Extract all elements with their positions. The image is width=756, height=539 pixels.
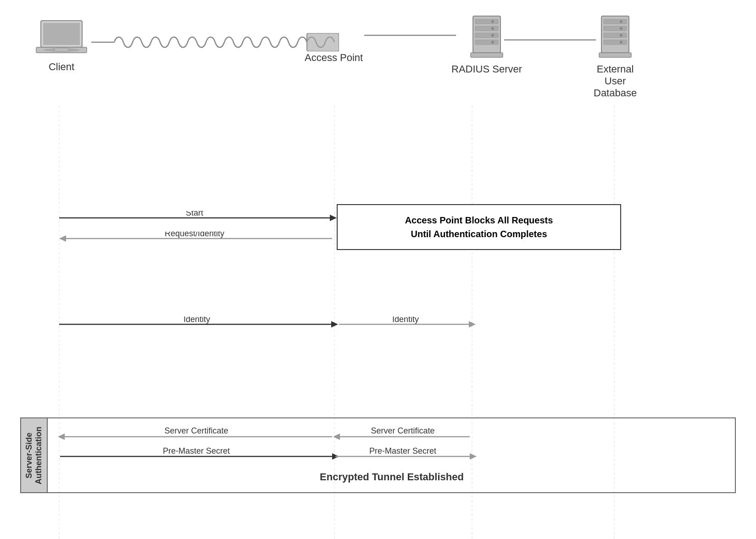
svg-point-28 [620, 41, 623, 44]
laptop-icon [34, 18, 89, 57]
wireless-connection [91, 33, 339, 51]
svg-rect-10 [475, 19, 498, 24]
encrypted-tunnel-text: Encrypted Tunnel Established [49, 466, 735, 485]
svg-rect-29 [599, 53, 631, 57]
external-db-label: External User Database [594, 63, 637, 99]
diagram-container: Client Access Point [0, 0, 756, 539]
ap-device: Access Point [305, 9, 363, 64]
svg-marker-50 [333, 433, 340, 440]
svg-text:Server Certificate: Server Certificate [371, 426, 434, 435]
external-db-icon [595, 14, 636, 60]
svg-rect-21 [604, 19, 627, 24]
ap-radius-line [364, 33, 456, 38]
identity-row: Identity Identity [20, 312, 736, 337]
svg-point-26 [620, 27, 623, 30]
svg-point-17 [491, 41, 494, 44]
svg-rect-1 [43, 23, 80, 45]
svg-point-14 [491, 20, 494, 23]
radius-label: RADIUS Server [451, 63, 522, 75]
server-side-label-tab: Server-SideAuthentication [21, 418, 48, 492]
svg-point-25 [620, 20, 623, 23]
start-arrow: Start [20, 211, 341, 225]
pre-master-arrows: Pre-Master Secret Pre-Master Secret [49, 447, 732, 466]
svg-text:Identity: Identity [183, 317, 210, 324]
svg-marker-47 [58, 433, 65, 440]
ap-block-text: Access Point Blocks All RequestsUntil Au… [405, 215, 553, 239]
devices-row: Client Access Point [20, 9, 736, 106]
svg-rect-11 [475, 26, 498, 31]
server-cert-arrows: Server Certificate Server Certificate [49, 425, 732, 444]
svg-rect-13 [475, 40, 498, 44]
ap-block-box: Access Point Blocks All RequestsUntil Au… [337, 204, 621, 250]
radius-server-icon [466, 14, 507, 60]
server-side-label: Server-SideAuthentication [24, 427, 44, 484]
radius-db-line [504, 38, 596, 42]
server-side-box: Server-SideAuthentication Server Certifi… [20, 417, 736, 493]
start-request-section: Access Point Blocks All RequestsUntil Au… [20, 202, 736, 257]
svg-marker-56 [470, 453, 477, 460]
svg-rect-23 [604, 33, 627, 38]
server-side-content: Server Certificate Server Certificate Pr… [49, 418, 735, 492]
external-db-device: External User Database [594, 14, 637, 99]
svg-text:Identity: Identity [392, 317, 419, 324]
svg-rect-22 [604, 26, 627, 31]
svg-rect-18 [471, 53, 503, 57]
svg-rect-12 [475, 33, 498, 38]
request-identity-arrow: Request/Identity [20, 232, 341, 245]
svg-point-27 [620, 34, 623, 37]
svg-marker-35 [330, 215, 337, 221]
svg-rect-24 [604, 40, 627, 44]
client-device: Client [34, 18, 89, 73]
svg-text:Start: Start [186, 211, 203, 217]
svg-marker-38 [59, 235, 66, 242]
ap-label: Access Point [305, 52, 363, 64]
svg-text:Pre-Master Secret: Pre-Master Secret [163, 447, 230, 456]
svg-point-16 [491, 34, 494, 37]
svg-text:Pre-Master Secret: Pre-Master Secret [369, 447, 436, 456]
client-label: Client [49, 61, 74, 73]
svg-text:Request/Identity: Request/Identity [165, 232, 224, 238]
main-canvas: Client Access Point [20, 9, 736, 539]
svg-marker-44 [469, 321, 476, 328]
radius-device: RADIUS Server [451, 14, 522, 75]
identity-arrows: Identity Identity [20, 317, 736, 333]
svg-rect-4 [55, 48, 68, 51]
svg-point-15 [491, 27, 494, 30]
svg-marker-41 [331, 321, 338, 328]
svg-text:Server Certificate: Server Certificate [164, 426, 228, 435]
